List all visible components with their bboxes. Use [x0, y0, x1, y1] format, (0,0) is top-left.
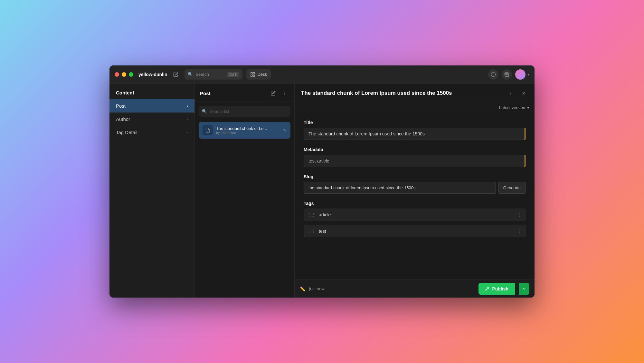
svg-point-8: [284, 93, 285, 93]
title-label: Title: [304, 120, 526, 125]
slug-label: Slug: [304, 174, 526, 179]
svg-point-7: [284, 92, 285, 92]
slug-input[interactable]: [304, 182, 496, 194]
svg-point-10: [510, 92, 511, 92]
sidebar-item-post-label: Post: [116, 103, 126, 109]
circle-icon-btn[interactable]: [488, 69, 498, 80]
right-panel-header: The standard chunk of Lorem Ipsum used s…: [295, 83, 535, 103]
sidebar: Content Post › Author › Tag Detail ›: [109, 83, 195, 298]
publish-chevron-icon: [522, 287, 526, 291]
panel-title: Post: [200, 91, 266, 96]
tags-label: Tags: [304, 201, 526, 206]
svg-rect-1: [253, 73, 255, 74]
metadata-field-group: Metadata: [304, 147, 526, 167]
version-chevron-icon: ▾: [527, 105, 529, 110]
tag-name-test: test: [319, 229, 514, 234]
generate-button[interactable]: Generate: [498, 182, 526, 194]
post-upload-icon[interactable]: ↑: [279, 128, 281, 133]
search-icon: 🔍: [188, 72, 193, 77]
app-name: yellow-dunlin: [138, 72, 167, 77]
post-item-title: The standard chunk of Lo...: [216, 126, 276, 131]
titlebar: yellow-dunlin 🔍 Search Ctrl K Desk: [109, 65, 535, 83]
post-list-item[interactable]: The standard chunk of Lo... by Jhon Doe …: [199, 122, 290, 139]
tag-name-article: article: [319, 212, 514, 217]
version-label: Latest version: [499, 105, 525, 110]
desk-label: Desk: [257, 72, 267, 77]
publish-dropdown-button[interactable]: [519, 283, 529, 295]
bottom-bar: ✏️ just now Publish: [295, 280, 535, 298]
panel-more-icon[interactable]: [280, 89, 289, 98]
sidebar-chevron-post-icon: ›: [187, 103, 188, 108]
version-selector[interactable]: Latest version ▾: [499, 105, 529, 110]
svg-rect-2: [251, 75, 252, 76]
timestamp: just now: [309, 286, 325, 291]
right-panel-more-icon[interactable]: [506, 89, 515, 98]
pencil-icon: ✏️: [300, 286, 305, 291]
post-item-actions: ↑ ✎: [279, 128, 287, 133]
sidebar-header: Content: [109, 83, 194, 99]
titlebar-right: ▾: [488, 69, 529, 80]
post-item-content: The standard chunk of Lo... by Jhon Doe: [216, 126, 276, 135]
post-edit-icon[interactable]: ✎: [283, 128, 287, 133]
tag-item-test: ⋮⋮ test ⋮: [304, 225, 526, 237]
tags-field-group: Tags ⋮⋮ article ⋮ ⋮⋮ test ⋮: [304, 201, 526, 239]
svg-point-12: [510, 94, 511, 95]
drag-handle-icon-2[interactable]: ⋮⋮: [307, 229, 316, 233]
gift-icon-btn[interactable]: [502, 69, 512, 80]
title-input[interactable]: [304, 128, 526, 140]
svg-point-9: [284, 94, 285, 95]
main-content: Content Post › Author › Tag Detail › Pos…: [109, 83, 535, 298]
tag-menu-icon-test[interactable]: ⋮: [517, 228, 522, 234]
sidebar-chevron-tag-icon: ›: [187, 130, 188, 135]
slug-row: Generate: [304, 182, 526, 194]
search-list[interactable]: 🔍 Search list: [199, 106, 290, 117]
right-panel-title: The standard chunk of Lorem Ipsum used s…: [301, 90, 502, 96]
publish-label: Publish: [492, 286, 508, 291]
version-bar: Latest version ▾: [295, 103, 535, 112]
panel-header: Post: [195, 83, 294, 102]
tag-item-article: ⋮⋮ article ⋮: [304, 209, 526, 221]
search-text: Search: [195, 72, 224, 77]
minimize-button[interactable]: [122, 72, 126, 77]
sidebar-item-author[interactable]: Author ›: [109, 113, 194, 126]
svg-point-11: [510, 93, 511, 93]
publish-icon: [485, 287, 489, 291]
maximize-button[interactable]: [129, 72, 133, 77]
svg-rect-3: [253, 75, 255, 76]
svg-point-4: [491, 72, 495, 76]
sidebar-item-tag-detail-label: Tag Detail: [116, 130, 137, 135]
sidebar-item-post[interactable]: Post ›: [109, 99, 194, 113]
avatar[interactable]: [515, 69, 526, 80]
right-panel-close-icon[interactable]: [519, 89, 528, 98]
tag-menu-icon-article[interactable]: ⋮: [517, 211, 522, 218]
svg-rect-0: [251, 73, 252, 74]
avatar-chevron-icon: ▾: [527, 72, 529, 77]
middle-panel: Post 🔍 Search list: [195, 83, 295, 298]
search-shortcut: Ctrl K: [227, 72, 240, 77]
traffic-lights: [115, 72, 133, 77]
sidebar-item-author-label: Author: [116, 116, 130, 122]
desk-button[interactable]: Desk: [246, 69, 271, 80]
search-list-icon: 🔍: [202, 109, 207, 114]
global-search-bar[interactable]: 🔍 Search Ctrl K: [185, 69, 242, 80]
post-item-doc-icon: [203, 125, 213, 135]
metadata-input[interactable]: [304, 155, 526, 167]
drag-handle-icon[interactable]: ⋮⋮: [307, 212, 316, 217]
right-panel-content: Title Metadata Slug Generate: [295, 112, 535, 280]
slug-field-group: Slug Generate: [304, 174, 526, 194]
search-list-placeholder: Search list: [210, 109, 229, 114]
sidebar-item-tag-detail[interactable]: Tag Detail ›: [109, 126, 194, 139]
edit-icon[interactable]: [171, 70, 181, 79]
sidebar-chevron-author-icon: ›: [187, 117, 188, 122]
metadata-label: Metadata: [304, 147, 526, 152]
publish-button[interactable]: Publish: [478, 283, 515, 295]
close-button[interactable]: [115, 72, 119, 77]
title-field-group: Title: [304, 120, 526, 140]
right-panel: The standard chunk of Lorem Ipsum used s…: [295, 83, 535, 298]
panel-edit-icon[interactable]: [269, 89, 278, 98]
post-item-author: by Jhon Doe: [216, 131, 276, 135]
